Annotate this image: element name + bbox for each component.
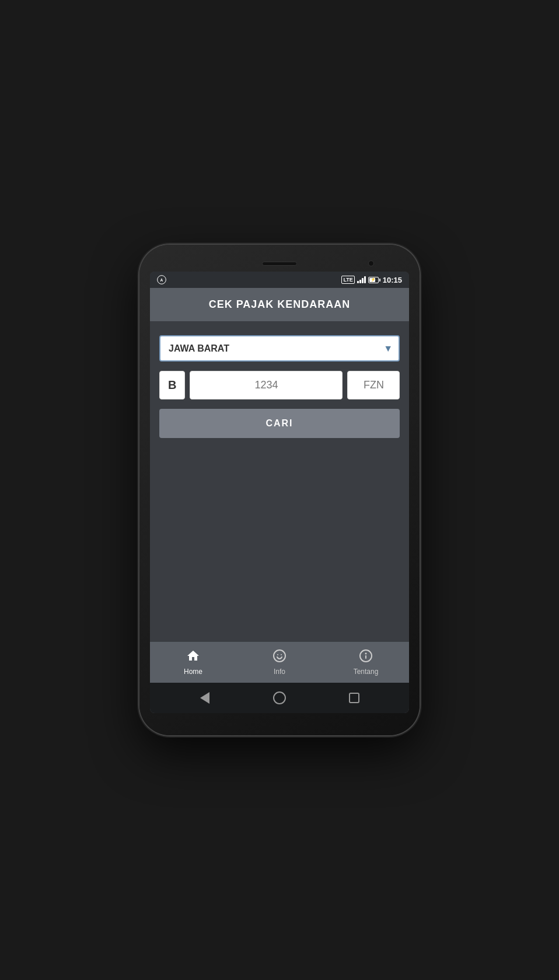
plate-prefix-display[interactable]: B [159, 371, 185, 399]
recent-square-icon [349, 693, 359, 703]
app-title: CEK PAJAK KENDARAAN [159, 298, 400, 311]
nav-item-info[interactable]: Info [236, 642, 323, 683]
svg-point-3 [277, 654, 278, 655]
hardware-nav-bar [150, 683, 409, 713]
license-plate-row: B [159, 371, 400, 399]
svg-point-4 [281, 654, 282, 655]
info-icon [272, 649, 287, 665]
plate-number-input[interactable] [190, 371, 343, 399]
battery-icon: ⚡ [368, 277, 380, 283]
signal-bar-4 [364, 276, 366, 283]
nav-label-tentang: Tentang [354, 668, 379, 676]
battery-tip [379, 279, 380, 282]
phone-top [150, 255, 409, 272]
signal-icon [357, 276, 366, 283]
status-right: LTE ⚡ 10:15 [341, 276, 402, 284]
signal-bar-1 [357, 281, 359, 283]
tentang-icon [359, 649, 373, 665]
search-button[interactable]: CARI [159, 409, 400, 438]
home-icon [186, 649, 200, 665]
home-circle-icon [273, 691, 286, 704]
battery-lightning: ⚡ [371, 277, 376, 282]
phone-bottom [150, 713, 409, 725]
province-dropdown-container[interactable]: JAWA BARAT DKI JAKARTA JAWA TENGAH JAWA … [159, 335, 400, 362]
back-button[interactable] [193, 686, 216, 710]
app-header: CEK PAJAK KENDARAAN [150, 288, 409, 321]
status-left: A [157, 275, 166, 284]
speaker [262, 262, 297, 266]
lte-badge: LTE [341, 276, 354, 284]
app-content: JAWA BARAT DKI JAKARTA JAWA TENGAH JAWA … [150, 321, 409, 642]
phone-screen: A LTE ⚡ 10:15 [150, 272, 409, 713]
phone-device: A LTE ⚡ 10:15 [139, 245, 420, 735]
bottom-nav: Home Info [150, 642, 409, 683]
signal-bar-3 [362, 278, 364, 283]
home-button[interactable] [268, 686, 291, 710]
android-icon: A [157, 275, 166, 284]
svg-point-2 [274, 650, 285, 662]
back-triangle-icon [200, 692, 209, 704]
nav-item-home[interactable]: Home [150, 642, 236, 683]
province-select[interactable]: JAWA BARAT DKI JAKARTA JAWA TENGAH JAWA … [159, 335, 400, 362]
svg-text:A: A [160, 278, 163, 282]
status-bar: A LTE ⚡ 10:15 [150, 272, 409, 288]
recent-button[interactable] [343, 686, 366, 710]
nav-label-home: Home [184, 668, 202, 676]
front-camera [368, 260, 374, 266]
nav-item-tentang[interactable]: Tentang [323, 642, 409, 683]
battery-body: ⚡ [368, 277, 379, 283]
plate-suffix-input[interactable] [347, 371, 400, 399]
signal-bar-2 [359, 280, 361, 283]
nav-label-info: Info [274, 668, 285, 676]
time-display: 10:15 [383, 276, 402, 284]
